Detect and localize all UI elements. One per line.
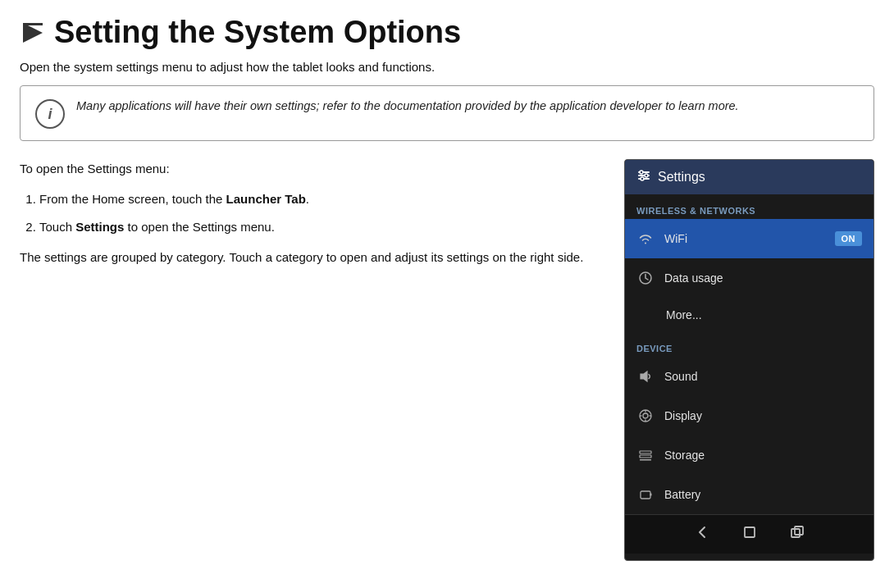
closing-text: The settings are grouped by category. To… (20, 248, 608, 267)
battery-label: Battery (664, 488, 862, 501)
settings-body: WIRELESS & NETWORKS WiFi ON (625, 194, 873, 514)
settings-header-title: Settings (658, 170, 705, 185)
wifi-icon (636, 230, 655, 248)
svg-rect-21 (745, 527, 755, 537)
back-button[interactable] (693, 523, 711, 545)
display-label: Display (664, 409, 862, 422)
steps-intro: To open the Settings menu: (20, 159, 608, 178)
info-icon: i (35, 99, 65, 129)
settings-item-wifi[interactable]: WiFi ON (625, 219, 873, 258)
section-label-device: DEVICE (625, 332, 873, 357)
wifi-label: WiFi (664, 232, 825, 245)
settings-panel: Settings WIRELESS & NETWORKS WiFi ON (624, 159, 874, 561)
svg-rect-1 (23, 23, 43, 25)
svg-point-7 (641, 177, 644, 180)
settings-item-sound[interactable]: Sound (625, 357, 873, 396)
settings-item-battery[interactable]: Battery (625, 475, 873, 514)
section-arrow-icon (20, 20, 46, 46)
svg-rect-23 (795, 526, 803, 535)
section-label-wireless: WIRELESS & NETWORKS (625, 194, 873, 219)
svg-marker-9 (641, 371, 647, 381)
data-usage-icon (636, 269, 655, 287)
info-text: Many applications will have their own se… (76, 98, 739, 116)
step-2: Touch Settings to open the Settings menu… (39, 217, 608, 236)
settings-bottom-nav (625, 514, 873, 554)
home-button[interactable] (741, 523, 759, 545)
info-box: i Many applications will have their own … (20, 85, 874, 141)
svg-rect-16 (640, 451, 651, 454)
svg-rect-17 (640, 455, 651, 458)
sound-label: Sound (664, 370, 862, 383)
svg-rect-19 (641, 491, 650, 499)
svg-point-6 (645, 174, 648, 177)
steps-list: From the Home screen, touch the Launcher… (39, 189, 608, 236)
settings-header: Settings (625, 160, 873, 194)
page-subtitle: Open the system settings menu to adjust … (20, 60, 874, 74)
svg-point-11 (643, 413, 648, 418)
sound-icon (636, 367, 655, 385)
svg-point-5 (640, 171, 643, 174)
settings-item-storage[interactable]: Storage (625, 435, 873, 475)
settings-item-data-usage[interactable]: Data usage (625, 258, 873, 298)
page-title: Setting the System Options (54, 15, 461, 50)
more-label: More... (666, 308, 702, 321)
storage-icon (636, 446, 655, 464)
wifi-toggle[interactable]: ON (835, 231, 863, 246)
settings-header-icon (636, 168, 651, 186)
battery-icon (636, 485, 655, 504)
svg-rect-20 (650, 494, 652, 496)
text-content: To open the Settings menu: From the Home… (20, 159, 624, 278)
svg-marker-0 (23, 23, 43, 43)
step-1: From the Home screen, touch the Launcher… (39, 189, 608, 208)
storage-label: Storage (664, 449, 862, 462)
svg-rect-18 (640, 459, 651, 461)
recents-button[interactable] (788, 523, 806, 545)
settings-item-display[interactable]: Display (625, 396, 873, 435)
display-icon (636, 407, 655, 425)
settings-item-more[interactable]: More... (625, 298, 873, 332)
svg-rect-22 (791, 529, 800, 537)
data-usage-label: Data usage (664, 271, 862, 285)
